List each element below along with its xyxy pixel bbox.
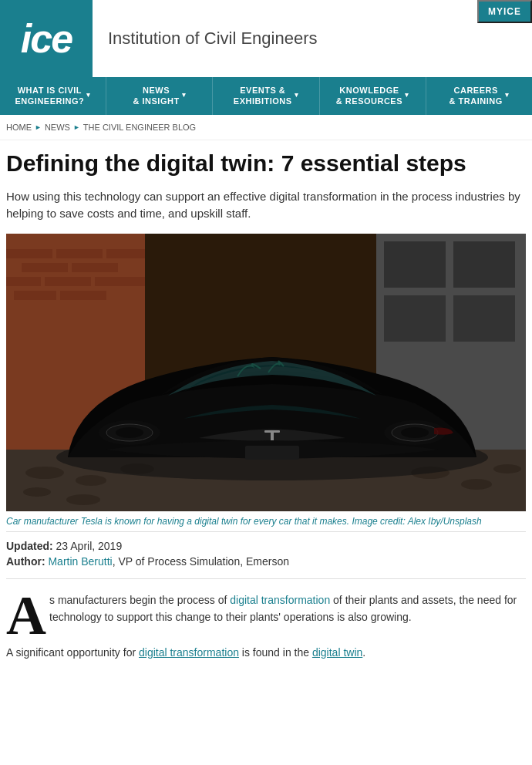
svg-point-31 [116,427,143,438]
chevron-down-icon: ▾ [405,91,409,100]
drop-cap-letter: A [6,595,46,636]
nav-item-knowledge[interactable]: KNOWLEDGE& RESOURCES ▾ [320,77,426,115]
svg-rect-35 [245,446,299,460]
org-name: Institution of Civil Engineers [93,29,317,49]
article-title: Defining the digital twin: 7 essential s… [6,150,526,177]
myice-button[interactable]: MYICE [477,0,532,23]
svg-rect-3 [56,249,103,258]
svg-point-19 [76,475,106,486]
svg-rect-13 [384,241,446,288]
article-body: A s manufacturers begin the process of d… [6,584,526,661]
svg-rect-7 [6,277,41,286]
svg-point-21 [23,487,51,497]
svg-rect-9 [95,277,145,286]
svg-point-25 [493,464,521,473]
nav-item-news[interactable]: NEWS& INSIGHT ▾ [106,77,213,115]
svg-rect-11 [60,291,106,300]
chevron-down-icon: ▾ [295,91,299,100]
svg-point-34 [401,427,429,438]
article-image-wrap [6,234,526,511]
drop-cap-body-text: s manufacturers begin the process of dig… [49,591,526,626]
updated-label: Updated: [6,540,56,552]
breadcrumb-news[interactable]: NEWS [45,123,70,132]
svg-rect-16 [453,295,515,342]
article-subtitle: How using this technology can support an… [6,188,526,223]
article-image [6,234,526,511]
image-caption: Car manufacturer Tesla is known for havi… [6,511,526,532]
breadcrumb-blog[interactable]: THE CIVIL ENGINEER BLOG [83,123,196,132]
breadcrumb: HOME ► NEWS ► THE CIVIL ENGINEER BLOG [0,115,532,140]
breadcrumb-home[interactable]: HOME [6,123,32,132]
drop-cap-paragraph: A s manufacturers begin the process of d… [6,591,526,636]
svg-rect-15 [384,295,446,342]
highlight-digital-twin: digital twin [312,646,362,659]
chevron-down-icon: ▾ [505,91,510,100]
svg-point-18 [25,467,64,479]
author-label: Author: [6,555,48,568]
nav-item-events[interactable]: EVENTS &EXHIBITIONS ▾ [213,77,319,115]
main-nav: WHAT IS CIVILENGINEERING? ▾ NEWS& INSIGH… [0,77,532,115]
svg-rect-14 [453,241,515,288]
nav-item-civil-engineering[interactable]: WHAT IS CIVILENGINEERING? ▾ [0,77,106,115]
article-meta: Updated: 23 April, 2019 Author: Martin B… [6,540,526,579]
logo-box: ice [0,0,93,77]
svg-rect-10 [14,291,56,300]
svg-point-24 [461,479,492,490]
svg-rect-6 [72,263,118,272]
svg-rect-8 [45,277,91,286]
svg-point-22 [66,494,100,505]
chevron-down-icon: ▾ [86,91,91,100]
nav-item-careers[interactable]: CAREERS& TRAINING ▾ [426,77,532,115]
breadcrumb-sep-1: ► [35,123,42,131]
body-paragraph-1: A significant opportunity for digital tr… [6,644,526,661]
chevron-down-icon: ▾ [182,91,187,100]
updated-row: Updated: 23 April, 2019 [6,540,526,552]
breadcrumb-sep-2: ► [73,123,80,131]
article-content: Defining the digital twin: 7 essential s… [0,140,532,661]
highlight-digital-transformation-2: digital transformation [139,646,239,659]
logo-text: ice [21,15,72,62]
svg-rect-2 [6,249,52,258]
author-link[interactable]: Martin Berutti [48,555,112,568]
svg-rect-5 [22,263,68,272]
svg-rect-4 [106,249,145,258]
updated-value: 23 April, 2019 [56,540,123,552]
author-suffix: , VP of Process Simulation, Emerson [113,555,289,568]
highlight-digital-transformation: digital transformation [230,594,330,606]
author-row: Author: Martin Berutti, VP of Process Si… [6,555,526,568]
site-header: ice Institution of Civil Engineers MYICE [0,0,532,77]
